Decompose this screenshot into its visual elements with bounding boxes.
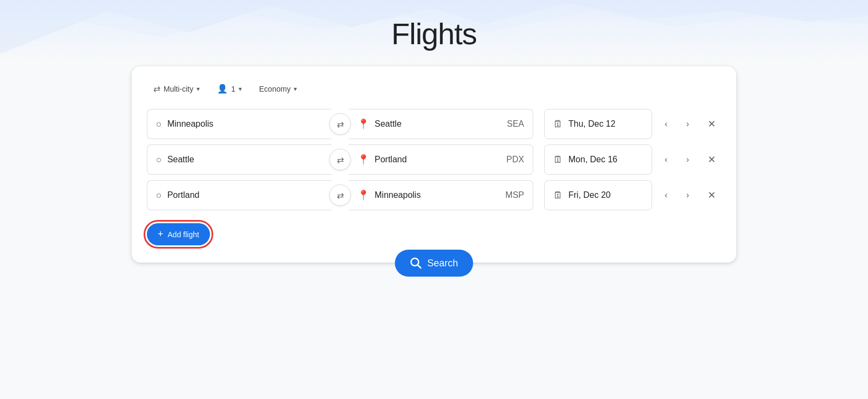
passengers-chevron: ▾: [239, 85, 242, 93]
date-text-1: Thu, Dec 12: [568, 119, 615, 129]
date-section-3: 🗓 Fri, Dec 20 ‹ › ✕: [544, 180, 721, 210]
from-city-2: Seattle: [167, 155, 323, 164]
to-city-3: Minneapolis: [375, 190, 498, 200]
to-field-2[interactable]: 📍 Portland PDX: [349, 145, 533, 175]
date-field-2[interactable]: 🗓 Mon, Dec 16: [544, 145, 652, 175]
flight-inputs-2: ○ Seattle ⇄ 📍 Portland PDX: [147, 145, 533, 175]
cabin-class-chevron: ▾: [294, 85, 297, 93]
date-next-3[interactable]: ›: [678, 185, 697, 205]
to-code-3: MSP: [505, 190, 524, 200]
date-field-1[interactable]: 🗓 Thu, Dec 12: [544, 109, 652, 139]
passengers-selector[interactable]: 👤 1 ▾: [211, 79, 248, 98]
date-text-2: Mon, Dec 16: [568, 155, 618, 164]
flight-row-1: ○ Minneapolis ⇄ 📍 Seattle SEA 🗓 Thu, Dec…: [147, 109, 721, 139]
search-label: Search: [427, 258, 458, 269]
date-section-1: 🗓 Thu, Dec 12 ‹ › ✕: [544, 109, 721, 139]
remove-flight-3[interactable]: ✕: [702, 185, 721, 205]
swap-button-2[interactable]: ⇄: [329, 149, 351, 170]
date-text-3: Fri, Dec 20: [568, 190, 611, 200]
to-field-1[interactable]: 📍 Seattle SEA: [349, 109, 533, 139]
from-field-3[interactable]: ○ Portland: [147, 180, 331, 210]
trip-type-chevron: ▾: [196, 85, 200, 93]
add-flight-plus-icon: +: [158, 229, 164, 240]
add-flight-label: Add flight: [168, 230, 199, 239]
search-button[interactable]: Search: [395, 250, 473, 277]
to-code-1: SEA: [507, 119, 524, 129]
location-icon-1: 📍: [357, 118, 369, 130]
to-code-2: PDX: [506, 155, 524, 164]
search-card: ⇄ Multi-city ▾ 👤 1 ▾ Economy ▾ ○ Minneap…: [132, 66, 736, 263]
flight-inputs-1: ○ Minneapolis ⇄ 📍 Seattle SEA: [147, 109, 533, 139]
remove-flight-1[interactable]: ✕: [702, 114, 721, 134]
flight-row-2: ○ Seattle ⇄ 📍 Portland PDX 🗓 Mon, Dec 16…: [147, 145, 721, 175]
trip-type-label: Multi-city: [164, 85, 193, 93]
add-flight-button[interactable]: + Add flight: [147, 223, 210, 245]
location-icon-3: 📍: [357, 189, 369, 201]
page-title: Flights: [391, 16, 477, 51]
flight-row-3: ○ Portland ⇄ 📍 Minneapolis MSP 🗓 Fri, De…: [147, 180, 721, 210]
date-prev-3[interactable]: ‹: [656, 185, 676, 205]
date-prev-2[interactable]: ‹: [656, 150, 676, 169]
calendar-icon-3: 🗓: [553, 190, 563, 201]
origin-icon-2: ○: [156, 154, 162, 166]
multi-city-icon: ⇄: [153, 84, 160, 94]
date-nav-2: ‹ ›: [656, 150, 697, 169]
swap-button-1[interactable]: ⇄: [329, 113, 351, 135]
calendar-icon-1: 🗓: [553, 119, 563, 130]
from-field-1[interactable]: ○ Minneapolis: [147, 109, 331, 139]
date-section-2: 🗓 Mon, Dec 16 ‹ › ✕: [544, 145, 721, 175]
calendar-icon-2: 🗓: [553, 154, 563, 166]
date-next-2[interactable]: ›: [678, 150, 697, 169]
remove-flight-2[interactable]: ✕: [702, 150, 721, 169]
swap-button-3[interactable]: ⇄: [329, 184, 351, 206]
date-field-3[interactable]: 🗓 Fri, Dec 20: [544, 180, 652, 210]
from-field-2[interactable]: ○ Seattle: [147, 145, 331, 175]
toolbar: ⇄ Multi-city ▾ 👤 1 ▾ Economy ▾: [147, 79, 721, 98]
to-city-1: Seattle: [375, 119, 499, 129]
cabin-class-selector[interactable]: Economy ▾: [253, 80, 303, 98]
origin-icon-3: ○: [156, 190, 162, 201]
svg-line-3: [417, 265, 421, 268]
to-city-2: Portland: [375, 155, 499, 164]
date-next-1[interactable]: ›: [678, 114, 697, 134]
date-nav-1: ‹ ›: [656, 114, 697, 134]
date-nav-3: ‹ ›: [656, 185, 697, 205]
person-icon: 👤: [217, 84, 228, 94]
date-prev-1[interactable]: ‹: [656, 114, 676, 134]
from-city-3: Portland: [167, 190, 323, 200]
search-icon: [410, 257, 422, 269]
origin-icon-1: ○: [156, 119, 162, 130]
from-city-1: Minneapolis: [167, 119, 323, 129]
cabin-class-label: Economy: [259, 85, 290, 93]
to-field-3[interactable]: 📍 Minneapolis MSP: [349, 180, 533, 210]
passengers-label: 1: [231, 85, 235, 93]
trip-type-selector[interactable]: ⇄ Multi-city ▾: [147, 79, 206, 98]
flight-inputs-3: ○ Portland ⇄ 📍 Minneapolis MSP: [147, 180, 533, 210]
location-icon-2: 📍: [357, 154, 369, 166]
